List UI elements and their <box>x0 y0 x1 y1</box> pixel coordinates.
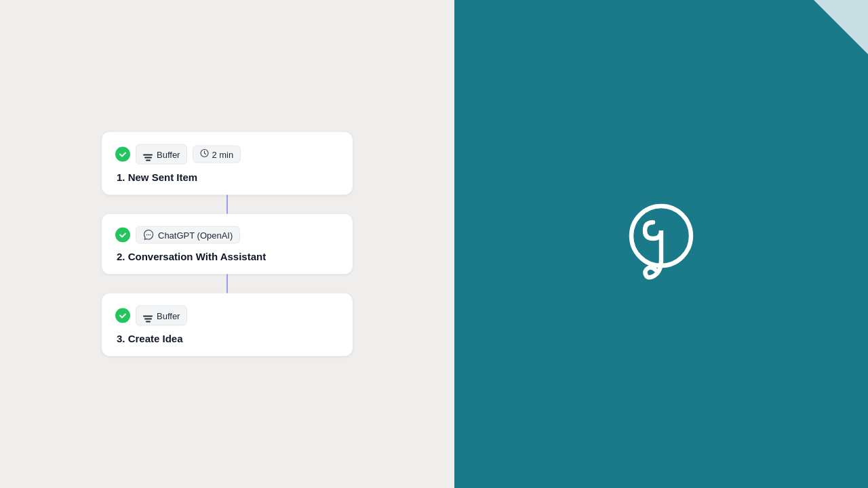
step-title-2: 2. Conversation With Assistant <box>115 251 339 262</box>
connector-2-3 <box>226 274 228 293</box>
app-name-3: Buffer <box>157 310 180 321</box>
chatgpt-icon <box>143 230 154 241</box>
svg-point-1 <box>146 235 148 236</box>
step-card-1[interactable]: Buffer 2 min 1. New Sent Item <box>102 132 353 195</box>
check-icon-1 <box>115 147 130 162</box>
app-badge-buffer-3: Buffer <box>136 306 187 326</box>
step-title-3: 3. Create Idea <box>115 333 339 344</box>
svg-point-3 <box>150 235 151 236</box>
time-badge-1: 2 min <box>193 146 241 163</box>
step-title-1: 1. New Sent Item <box>115 171 339 183</box>
app-name-1: Buffer <box>157 149 180 159</box>
app-badge-buffer-1: Buffer <box>136 144 187 165</box>
left-panel: Buffer 2 min 1. New Sent Item <box>0 0 454 488</box>
time-label-1: 2 min <box>212 149 233 159</box>
step-1-header: Buffer 2 min <box>115 144 339 165</box>
step-2-header: ChatGPT (OpenAI) <box>115 226 339 244</box>
workflow-container: Buffer 2 min 1. New Sent Item <box>102 132 353 357</box>
buffer-icon-3 <box>143 309 153 323</box>
buffer-icon-1 <box>143 148 153 161</box>
right-panel <box>454 0 868 488</box>
svg-point-2 <box>148 235 149 236</box>
brand-logo <box>607 190 715 298</box>
logo-container <box>600 183 722 305</box>
clock-icon-1 <box>200 149 209 160</box>
step-card-3[interactable]: Buffer 3. Create Idea <box>102 293 353 357</box>
step-card-2[interactable]: ChatGPT (OpenAI) 2. Conversation With As… <box>102 214 353 274</box>
app-name-2: ChatGPT (OpenAI) <box>158 230 233 240</box>
check-icon-3 <box>115 308 130 323</box>
app-badge-chatgpt: ChatGPT (OpenAI) <box>136 226 240 244</box>
connector-1-2 <box>226 195 228 214</box>
check-icon-2 <box>115 228 130 243</box>
step-3-header: Buffer <box>115 306 339 326</box>
